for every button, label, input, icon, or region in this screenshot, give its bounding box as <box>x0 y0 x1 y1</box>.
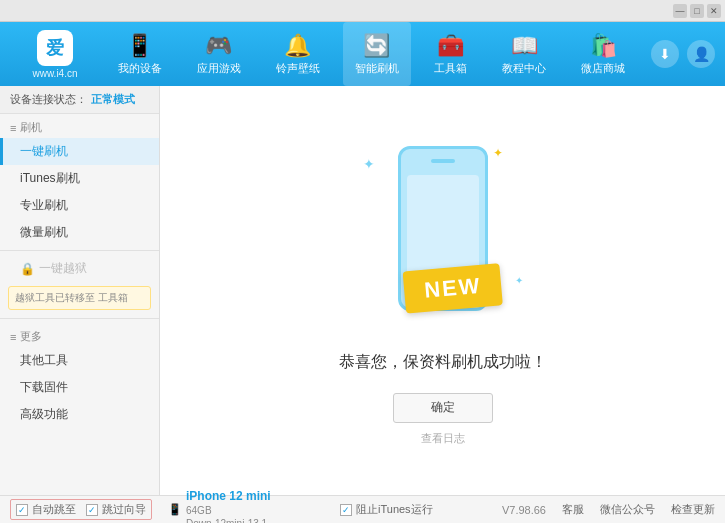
footer-right: V7.98.66 客服 微信公众号 检查更新 <box>502 502 715 517</box>
weidian-label: 微店商城 <box>581 61 625 76</box>
customer-service-link[interactable]: 客服 <box>562 502 584 517</box>
sidebar-item-itunes-flash[interactable]: iTunes刷机 <box>0 165 159 192</box>
sidebar-section-more: ≡ 更多 <box>0 323 159 347</box>
logo-site: www.i4.cn <box>32 68 77 79</box>
sidebar-section-flash: ≡ 刷机 <box>0 114 159 138</box>
flash-section-icon: ≡ <box>10 122 16 134</box>
nav-weidian[interactable]: 🛍️ 微店商城 <box>569 22 637 86</box>
flash-section-title: 刷机 <box>20 120 42 135</box>
sidebar-item-data-flash[interactable]: 微量刷机 <box>0 219 159 246</box>
minimize-button[interactable]: — <box>673 4 687 18</box>
close-button[interactable]: ✕ <box>707 4 721 18</box>
footer: ✓ 自动跳至 ✓ 跳过向导 📱 iPhone 12 mini 64GB Down… <box>0 495 725 523</box>
stop-itunes-area: ✓ 阻止iTunes运行 <box>340 502 433 517</box>
jailbreak-label: 一键越狱 <box>39 260 87 277</box>
success-message: 恭喜您，保资料刷机成功啦！ <box>339 352 547 373</box>
header-actions: ⬇ 👤 <box>651 40 715 68</box>
footer-left: ✓ 自动跳至 ✓ 跳过向导 📱 iPhone 12 mini 64GB Down… <box>10 489 271 523</box>
ringtone-icon: 🔔 <box>284 33 311 59</box>
skip-wizard-label: 跳过向导 <box>102 502 146 517</box>
sidebar-divider-2 <box>0 318 159 319</box>
sidebar-item-pro-flash[interactable]: 专业刷机 <box>0 192 159 219</box>
account-button[interactable]: 👤 <box>687 40 715 68</box>
success-illustration: ✦ ✦ ✦ NEW <box>353 136 533 336</box>
ringtone-label: 铃声壁纸 <box>276 61 320 76</box>
sidebar-item-one-click-flash[interactable]: 一键刷机 <box>0 138 159 165</box>
sparkle-left: ✦ <box>363 156 375 172</box>
sidebar-divider-1 <box>0 250 159 251</box>
device-details: iPhone 12 mini 64GB Down-12mini-13,1 <box>186 489 271 523</box>
logo[interactable]: 爱 www.i4.cn <box>10 30 100 79</box>
skip-wizard-checkbox[interactable]: ✓ <box>86 504 98 516</box>
sidebar-item-advanced[interactable]: 高级功能 <box>0 401 159 428</box>
status-value: 正常模式 <box>91 92 135 107</box>
phone-icon: 📱 <box>168 503 182 516</box>
sparkle-right: ✦ <box>515 275 523 286</box>
view-log-link[interactable]: 查看日志 <box>421 431 465 446</box>
nav-my-device[interactable]: 📱 我的设备 <box>106 22 174 86</box>
auto-jump-label: 自动跳至 <box>32 502 76 517</box>
stop-itunes-label: 阻止iTunes运行 <box>356 502 433 517</box>
jailbreak-warning: 越狱工具已转移至 工具箱 <box>8 286 151 310</box>
window-controls: — □ ✕ <box>673 4 721 18</box>
wechat-official-link[interactable]: 微信公众号 <box>600 502 655 517</box>
more-section-title: 更多 <box>20 329 42 344</box>
device-info: 📱 iPhone 12 mini 64GB Down-12mini-13,1 <box>168 489 271 523</box>
footer-checkboxes: ✓ 自动跳至 ✓ 跳过向导 <box>10 499 152 520</box>
sparkle-top: ✦ <box>493 146 503 160</box>
restore-button[interactable]: □ <box>690 4 704 18</box>
sidebar-item-download-firmware[interactable]: 下载固件 <box>0 374 159 401</box>
my-device-icon: 📱 <box>126 33 153 59</box>
smart-flash-label: 智能刷机 <box>355 61 399 76</box>
more-section-icon: ≡ <box>10 331 16 343</box>
nav-tutorial[interactable]: 📖 教程中心 <box>490 22 558 86</box>
lock-icon: 🔒 <box>20 262 35 276</box>
nav-smart-flash[interactable]: 🔄 智能刷机 <box>343 22 411 86</box>
phone-speaker <box>431 159 455 163</box>
device-name: iPhone 12 mini <box>186 489 271 505</box>
nav-toolbox[interactable]: 🧰 工具箱 <box>422 22 479 86</box>
version-label: V7.98.66 <box>502 504 546 516</box>
tutorial-label: 教程中心 <box>502 61 546 76</box>
device-capacity: 64GB <box>186 504 271 517</box>
confirm-button[interactable]: 确定 <box>393 393 493 423</box>
nav-bar: 📱 我的设备 🎮 应用游戏 🔔 铃声壁纸 🔄 智能刷机 🧰 工具箱 📖 教程中心… <box>100 22 643 86</box>
device-model: Down-12mini-13,1 <box>186 517 271 523</box>
header: 爱 www.i4.cn 📱 我的设备 🎮 应用游戏 🔔 铃声壁纸 🔄 智能刷机 … <box>0 22 725 86</box>
weidian-icon: 🛍️ <box>590 33 617 59</box>
logo-icon: 爱 <box>37 30 73 66</box>
app-game-icon: 🎮 <box>205 33 232 59</box>
content-area: ✦ ✦ ✦ NEW 恭喜您，保资料刷机成功啦！ 确定 查看日志 <box>160 86 725 495</box>
auto-jump-checkbox[interactable]: ✓ <box>16 504 28 516</box>
sidebar-section-jailbreak: 🔒 一键越狱 <box>0 255 159 282</box>
app-game-label: 应用游戏 <box>197 61 241 76</box>
check-update-link[interactable]: 检查更新 <box>671 502 715 517</box>
smart-flash-icon: 🔄 <box>363 33 390 59</box>
stop-itunes-checkbox[interactable]: ✓ <box>340 504 352 516</box>
new-badge: NEW <box>402 263 503 313</box>
sidebar-item-other-tools[interactable]: 其他工具 <box>0 347 159 374</box>
connection-status: 设备连接状态： 正常模式 <box>0 86 159 114</box>
my-device-label: 我的设备 <box>118 61 162 76</box>
toolbox-label: 工具箱 <box>434 61 467 76</box>
download-button[interactable]: ⬇ <box>651 40 679 68</box>
status-label: 设备连接状态： <box>10 92 87 107</box>
toolbox-icon: 🧰 <box>437 33 464 59</box>
tutorial-icon: 📖 <box>511 33 538 59</box>
sidebar: 设备连接状态： 正常模式 ≡ 刷机 一键刷机 iTunes刷机 专业刷机 微量刷… <box>0 86 160 495</box>
nav-ringtone[interactable]: 🔔 铃声壁纸 <box>264 22 332 86</box>
title-bar: — □ ✕ <box>0 0 725 22</box>
main-area: 设备连接状态： 正常模式 ≡ 刷机 一键刷机 iTunes刷机 专业刷机 微量刷… <box>0 86 725 495</box>
nav-app-game[interactable]: 🎮 应用游戏 <box>185 22 253 86</box>
